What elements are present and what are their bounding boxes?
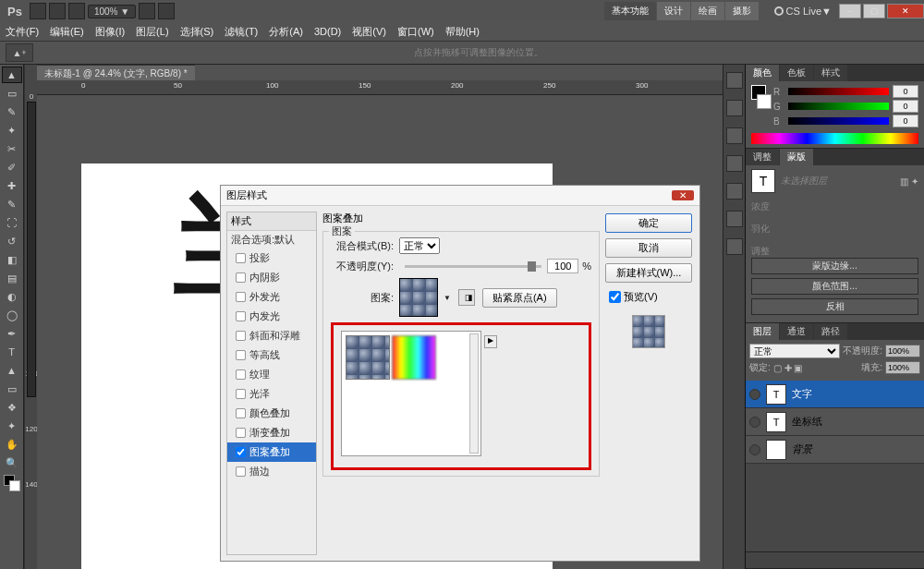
- opacity-input[interactable]: [885, 345, 920, 357]
- menu-filter[interactable]: 滤镜(T): [225, 25, 258, 39]
- wand-tool[interactable]: ✦: [2, 122, 22, 139]
- picker-scrollbar[interactable]: [469, 333, 479, 454]
- b-input[interactable]: [893, 115, 918, 127]
- menu-3d[interactable]: 3D(D): [314, 26, 341, 37]
- tab-paths[interactable]: 路径: [814, 323, 847, 340]
- paragraph-icon[interactable]: [726, 211, 743, 227]
- view-extras-icon[interactable]: [68, 3, 85, 19]
- background-color[interactable]: [9, 480, 20, 491]
- invert-button[interactable]: 反相: [751, 298, 918, 315]
- menu-layer[interactable]: 图层(L): [136, 25, 168, 39]
- 3d-camera-tool[interactable]: ✦: [2, 418, 22, 434]
- tab-masks[interactable]: 蒙版: [780, 149, 813, 165]
- style-inner-shadow[interactable]: 内阴影: [227, 268, 316, 287]
- eraser-tool[interactable]: ◧: [2, 251, 22, 268]
- new-style-button[interactable]: 新建样式(W)...: [605, 263, 692, 283]
- blend-mode-select[interactable]: 正常: [749, 344, 840, 358]
- gradient-tool[interactable]: ▤: [2, 270, 22, 286]
- type-tool[interactable]: T: [2, 344, 22, 360]
- tab-adjustments[interactable]: 调整: [746, 149, 779, 165]
- mask-thumb[interactable]: T: [751, 169, 775, 193]
- actions-icon[interactable]: [726, 100, 743, 116]
- snap-origin-button[interactable]: 贴紧原点(A): [482, 288, 557, 308]
- opacity-slider[interactable]: [405, 265, 541, 268]
- menu-select[interactable]: 选择(S): [180, 25, 214, 39]
- menu-window[interactable]: 窗口(W): [397, 25, 434, 39]
- hand-tool[interactable]: ✋: [2, 436, 22, 453]
- pattern-preview[interactable]: [399, 278, 438, 317]
- layer-row[interactable]: T 坐标纸: [746, 408, 924, 436]
- new-pattern-button[interactable]: ◨: [458, 289, 475, 306]
- panel-bg-swatch[interactable]: [757, 94, 772, 109]
- blend-mode-select[interactable]: 正常: [399, 237, 440, 254]
- path-select-tool[interactable]: ▲: [2, 362, 22, 379]
- color-range-button[interactable]: 颜色范围...: [751, 278, 918, 295]
- workspace-tab-photo[interactable]: 摄影: [725, 2, 759, 20]
- style-satin[interactable]: 光泽: [227, 384, 316, 404]
- workspace-tab-paint[interactable]: 绘画: [691, 2, 724, 20]
- color-spectrum[interactable]: [751, 133, 918, 144]
- menu-file[interactable]: 文件(F): [6, 25, 39, 39]
- r-input[interactable]: [893, 85, 918, 98]
- zoom-level[interactable]: 100% ▼: [88, 5, 136, 18]
- style-contour[interactable]: 等高线: [227, 345, 316, 365]
- visibility-toggle[interactable]: [749, 417, 760, 428]
- dialog-titlebar[interactable]: 图层样式 ✕: [221, 186, 699, 206]
- marquee-tool[interactable]: ▭: [2, 85, 22, 102]
- character-icon[interactable]: [726, 238, 743, 255]
- lasso-tool[interactable]: ✎: [2, 103, 22, 120]
- layer-row[interactable]: T 文字: [746, 381, 924, 408]
- crop-tool[interactable]: ✂: [2, 140, 22, 157]
- menu-view[interactable]: 视图(V): [352, 25, 386, 39]
- styles-header[interactable]: 样式: [227, 212, 316, 231]
- vertical-scroll-strip[interactable]: 0 20 40 60 80 100 120 140: [24, 65, 37, 569]
- cancel-button[interactable]: 取消: [605, 238, 692, 258]
- blend-options[interactable]: 混合选项:默认: [227, 231, 316, 248]
- menu-image[interactable]: 图像(I): [95, 25, 125, 39]
- history-brush-tool[interactable]: ↺: [2, 233, 22, 249]
- menu-analysis[interactable]: 分析(A): [269, 25, 303, 39]
- menu-edit[interactable]: 编辑(E): [50, 25, 84, 39]
- brush-tool[interactable]: ✎: [2, 196, 22, 212]
- style-drop-shadow[interactable]: 投影: [227, 248, 316, 268]
- style-pattern-overlay[interactable]: 图案叠加: [227, 442, 316, 462]
- close-window-button[interactable]: ✕: [887, 4, 924, 18]
- bridge-icon[interactable]: [30, 3, 46, 19]
- minimize-button[interactable]: –: [839, 4, 861, 18]
- workspace-tab-basic[interactable]: 基本功能: [604, 2, 656, 20]
- style-texture[interactable]: 纹理: [227, 365, 316, 384]
- shape-tool[interactable]: ▭: [2, 381, 22, 397]
- style-inner-glow[interactable]: 内发光: [227, 307, 316, 326]
- pattern-swatch-rainbow[interactable]: [392, 335, 436, 380]
- current-tool-indicator[interactable]: ▲+: [6, 43, 33, 62]
- opacity-value[interactable]: [547, 259, 578, 273]
- mini-bridge-icon[interactable]: [49, 3, 66, 19]
- cs-live-button[interactable]: CS Live ▼: [774, 6, 832, 17]
- visibility-toggle[interactable]: [749, 389, 760, 400]
- blur-tool[interactable]: ◐: [2, 288, 22, 305]
- 3d-tool[interactable]: ❖: [2, 399, 22, 416]
- brush-panel-icon[interactable]: [726, 127, 743, 144]
- pattern-picker[interactable]: ▶: [341, 331, 481, 456]
- tab-styles[interactable]: 样式: [814, 65, 847, 81]
- vertical-scrollbar-thumb[interactable]: [27, 102, 36, 397]
- menu-help[interactable]: 帮助(H): [445, 25, 480, 39]
- zoom-tool[interactable]: 🔍: [2, 454, 22, 471]
- pattern-swatch-bubbles[interactable]: [346, 335, 390, 380]
- eyedropper-tool[interactable]: ✐: [2, 159, 22, 176]
- layer-row[interactable]: 背景: [746, 436, 924, 464]
- dodge-tool[interactable]: ◯: [2, 307, 22, 323]
- tool-presets-icon[interactable]: [726, 183, 743, 200]
- tab-color[interactable]: 颜色: [746, 65, 779, 81]
- g-input[interactable]: [893, 100, 918, 113]
- style-gradient-overlay[interactable]: 渐变叠加: [227, 423, 316, 442]
- restore-button[interactable]: ▢: [863, 4, 885, 18]
- dialog-close-button[interactable]: ✕: [672, 190, 694, 200]
- mask-edge-button[interactable]: 蒙版边缘...: [751, 258, 918, 274]
- preview-toggle[interactable]: 预览(V): [605, 288, 692, 306]
- style-outer-glow[interactable]: 外发光: [227, 287, 316, 307]
- ok-button[interactable]: 确定: [605, 213, 692, 233]
- workspace-tab-design[interactable]: 设计: [657, 2, 690, 20]
- history-icon[interactable]: [726, 72, 743, 89]
- screen-mode-icon[interactable]: [158, 3, 175, 19]
